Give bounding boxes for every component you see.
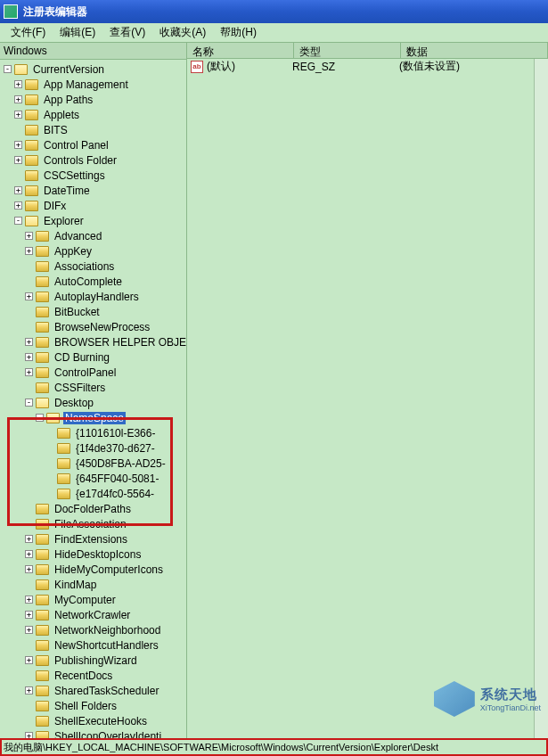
tree-node-associations[interactable]: Associations <box>0 259 186 274</box>
tree-node-controls-folder[interactable]: +Controls Folder <box>0 152 186 168</box>
menu-file[interactable]: 文件(F) <box>4 23 53 42</box>
tree-node-label: Controls Folder <box>42 154 119 167</box>
folder-icon <box>36 322 49 333</box>
tree-node-label: SharedTaskScheduler <box>53 685 160 697</box>
folder-icon <box>36 367 49 378</box>
expand-toggle[interactable]: - <box>36 414 44 422</box>
value-row[interactable]: ab(默认)REG_SZ(数值未设置) <box>187 59 548 74</box>
expand-toggle[interactable]: + <box>14 156 22 164</box>
tree-node-applets[interactable]: +Applets <box>0 107 186 122</box>
folder-icon <box>57 473 70 484</box>
expand-toggle[interactable]: + <box>25 368 33 376</box>
tree-node-currentversion[interactable]: -CurrentVersion <box>0 62 186 77</box>
tree-node--1f4de370-d627-[interactable]: {1f4de370-d627- <box>0 440 186 456</box>
tree-node-label: AppKey <box>53 245 94 258</box>
expand-toggle[interactable]: + <box>14 201 22 210</box>
expand-toggle[interactable]: + <box>25 535 33 543</box>
expand-toggle[interactable]: + <box>25 565 33 573</box>
tree-node-label: ShellExecuteHooks <box>53 715 149 727</box>
expand-toggle[interactable]: + <box>25 247 33 255</box>
tree-node-browsenewprocess[interactable]: BrowseNewProcess <box>0 319 186 334</box>
tree-node-controlpanel[interactable]: +ControlPanel <box>0 365 186 380</box>
tree-node-fileassociation[interactable]: FileAssociation <box>0 516 186 531</box>
expand-toggle[interactable]: + <box>25 686 33 694</box>
tree-node-shelliconoverlayidenti[interactable]: +ShellIconOverlayIdenti <box>0 728 186 738</box>
tree-node-app-management[interactable]: +App Management <box>0 77 186 92</box>
tree-node--1101610l-e366-[interactable]: {1101610l-E366- <box>0 425 186 440</box>
tree-node-advanced[interactable]: +Advanced <box>0 228 186 243</box>
expand-toggle[interactable]: + <box>25 338 33 346</box>
tree-node-cd-burning[interactable]: +CD Burning <box>0 349 186 365</box>
tree-node-label: Associations <box>53 260 116 273</box>
tree-node-label: DocFolderPaths <box>53 503 133 515</box>
tree-node-hidedesktopicons[interactable]: +HideDesktopIcons <box>0 546 186 562</box>
menu-edit[interactable]: 编辑(E) <box>53 23 102 42</box>
tree-node--450d8fba-ad25-[interactable]: {450D8FBA-AD25- <box>0 456 186 471</box>
tree-node-networkneighborhood[interactable]: +NetworkNeighborhood <box>0 622 186 637</box>
expand-toggle[interactable]: + <box>25 292 33 300</box>
expand-toggle[interactable]: + <box>25 656 33 664</box>
watermark-text: 系统天地 <box>480 686 541 703</box>
tree-node-recentdocs[interactable]: RecentDocs <box>0 668 186 683</box>
tree-node-cscsettings[interactable]: CSCSettings <box>0 168 186 183</box>
tree-node-docfolderpaths[interactable]: DocFolderPaths <box>0 501 186 516</box>
tree-node-sharedtaskscheduler[interactable]: +SharedTaskScheduler <box>0 683 186 698</box>
tree-node--645ff040-5081-[interactable]: {645FF040-5081- <box>0 471 186 486</box>
title-bar: 注册表编辑器 <box>0 0 548 23</box>
tree-node-mycomputer[interactable]: +MyComputer <box>0 592 186 607</box>
tree-node-hidemycomputericons[interactable]: +HideMyComputerIcons <box>0 562 186 577</box>
tree-node-explorer[interactable]: -Explorer <box>0 213 186 228</box>
tree-node-label: {450D8FBA-AD25- <box>74 457 168 470</box>
expand-toggle[interactable]: - <box>25 399 33 407</box>
expand-toggle[interactable]: + <box>14 80 22 88</box>
expand-toggle[interactable]: + <box>25 353 33 361</box>
expand-toggle[interactable]: + <box>25 232 33 240</box>
tree-node-publishingwizard[interactable]: +PublishingWizard <box>0 653 186 668</box>
value-type: REG_SZ <box>292 61 399 73</box>
folder-icon <box>36 261 49 272</box>
folder-icon <box>36 595 49 605</box>
tree-node--e17d4fc0-5564-[interactable]: {e17d4fc0-5564- <box>0 486 186 501</box>
expand-toggle[interactable]: - <box>4 65 12 73</box>
menu-help[interactable]: 帮助(H) <box>213 23 264 42</box>
tree-node-difx[interactable]: +DIFx <box>0 198 186 213</box>
scrollbar-vertical[interactable] <box>534 59 548 738</box>
tree-node-bits[interactable]: BITS <box>0 122 186 137</box>
expand-toggle[interactable]: - <box>14 217 22 225</box>
expand-toggle[interactable]: + <box>25 596 33 604</box>
tree-node-datetime[interactable]: +DateTime <box>0 183 186 198</box>
tree-node-shellexecutehooks[interactable]: ShellExecuteHooks <box>0 713 186 728</box>
col-name[interactable]: 名称 <box>187 43 294 58</box>
expand-toggle[interactable]: + <box>14 95 22 103</box>
list-pane: 名称 类型 数据 ab(默认)REG_SZ(数值未设置) 系统天地 XiTong… <box>187 43 548 738</box>
expand-toggle[interactable]: + <box>25 732 33 738</box>
expand-toggle[interactable]: + <box>14 141 22 149</box>
col-data[interactable]: 数据 <box>401 43 548 58</box>
tree-node-appkey[interactable]: +AppKey <box>0 243 186 259</box>
tree-node-bitbucket[interactable]: BitBucket <box>0 304 186 319</box>
expand-toggle[interactable]: + <box>25 611 33 619</box>
tree-node-networkcrawler[interactable]: +NetworkCrawler <box>0 607 186 622</box>
menu-favorites[interactable]: 收藏夹(A) <box>152 23 213 42</box>
expand-toggle[interactable]: + <box>25 626 33 634</box>
tree-node-kindmap[interactable]: KindMap <box>0 577 186 592</box>
tree-node-shell-folders[interactable]: Shell Folders <box>0 698 186 713</box>
tree-node-label: App Management <box>42 78 130 91</box>
expand-toggle[interactable]: + <box>25 550 33 558</box>
tree-node-findextensions[interactable]: +FindExtensions <box>0 531 186 546</box>
tree-node-newshortcuthandlers[interactable]: NewShortcutHandlers <box>0 637 186 653</box>
tree-node-autoplayhandlers[interactable]: +AutoplayHandlers <box>0 289 186 304</box>
tree-node-desktop[interactable]: -Desktop <box>0 395 186 410</box>
tree-node-cssfilters[interactable]: CSSFilters <box>0 380 186 395</box>
tree-node-app-paths[interactable]: +App Paths <box>0 92 186 107</box>
tree-node-autocomplete[interactable]: AutoComplete <box>0 274 186 289</box>
expand-toggle[interactable]: + <box>14 111 22 119</box>
menu-view[interactable]: 查看(V) <box>102 23 152 42</box>
expand-toggle[interactable]: + <box>14 186 22 194</box>
window-title: 注册表编辑器 <box>23 4 87 20</box>
col-type[interactable]: 类型 <box>294 43 401 58</box>
tree-node-label: {1101610l-E366- <box>74 427 157 440</box>
tree-node-namespace[interactable]: -NameSpace <box>0 410 186 425</box>
tree-node-browser-helper-objects[interactable]: +BROWSER HELPER OBJECTS <box>0 334 186 349</box>
tree-node-control-panel[interactable]: +Control Panel <box>0 137 186 152</box>
